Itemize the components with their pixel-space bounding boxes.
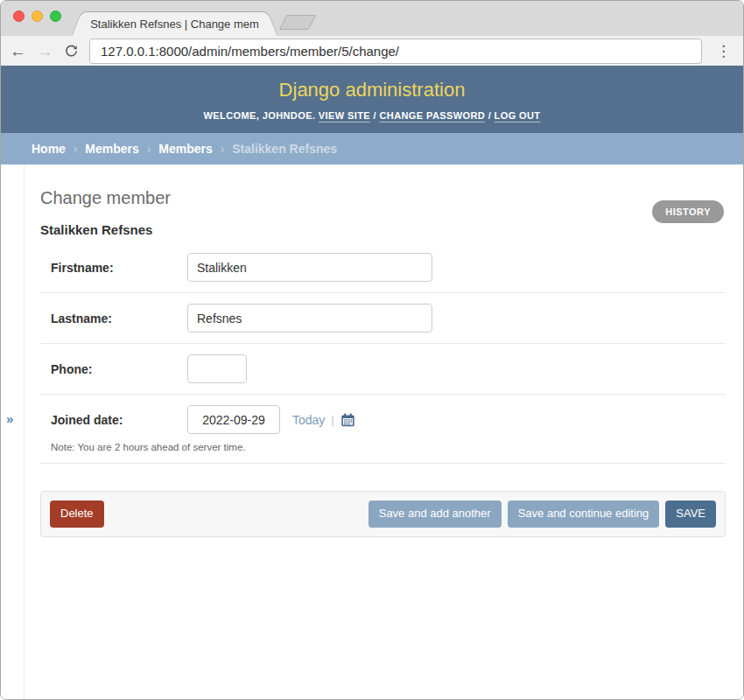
- tab-border: [93, 11, 256, 12]
- breadcrumb-members-model[interactable]: Members: [158, 142, 212, 156]
- shortcut-divider: |: [331, 413, 333, 426]
- lastname-field[interactable]: [187, 304, 432, 332]
- tools-separator: /: [374, 110, 376, 121]
- welcome-period: .: [312, 110, 315, 121]
- tab-title: Stalikken Refsnes | Change mem: [90, 18, 259, 31]
- zoom-window-button[interactable]: [50, 10, 61, 22]
- form-row-lastname: Lastname:: [40, 293, 726, 344]
- content-area: » Change member HISTORY Stalikken Refsne…: [1, 164, 743, 699]
- username: JOHNDOE: [263, 110, 312, 121]
- breadcrumb-separator: ›: [143, 142, 156, 156]
- user-tools: WELCOME, JOHNDOE. VIEW SITE / CHANGE PAS…: [1, 110, 743, 121]
- minimize-window-button[interactable]: [32, 10, 43, 22]
- breadcrumb-current: Stalikken Refsnes: [232, 142, 337, 156]
- breadcrumb: Home › Members › Members › Stalikken Ref…: [1, 133, 743, 164]
- new-tab-button[interactable]: [279, 15, 316, 30]
- change-form: Change member HISTORY Stalikken Refsnes …: [25, 164, 743, 699]
- history-button[interactable]: HISTORY: [652, 200, 724, 223]
- view-site-link[interactable]: VIEW SITE: [319, 110, 370, 121]
- form-row-firstname: Firstname:: [40, 242, 726, 293]
- breadcrumb-separator: ›: [216, 142, 229, 156]
- lastname-label: Lastname:: [51, 312, 187, 326]
- joined-date-field[interactable]: [187, 405, 280, 434]
- firstname-field[interactable]: [187, 253, 432, 282]
- page-title: Change member: [40, 188, 726, 208]
- breadcrumb-members-app[interactable]: Members: [85, 142, 138, 156]
- joined-date-label: Joined date:: [51, 413, 187, 427]
- breadcrumb-separator: ›: [69, 142, 82, 156]
- save-and-continue-button[interactable]: Save and continue editing: [508, 500, 660, 528]
- form-row-phone: Phone:: [40, 344, 726, 395]
- date-shortcuts: Today |: [292, 413, 355, 427]
- sidebar-strip: »: [1, 164, 25, 699]
- welcome-text: WELCOME,: [204, 110, 260, 121]
- phone-label: Phone:: [51, 362, 187, 376]
- firstname-label: Firstname:: [51, 261, 187, 275]
- submit-row: Delete Save and add another Save and con…: [40, 491, 726, 537]
- window-controls: [13, 10, 61, 22]
- browser-window: Stalikken Refsnes | Change mem ← → ⋮ Dja…: [0, 0, 744, 700]
- close-window-button[interactable]: [13, 10, 25, 22]
- reload-icon[interactable]: [64, 44, 79, 59]
- timezone-note: Note: You are 2 hours ahead of server ti…: [51, 442, 726, 452]
- save-and-add-another-button[interactable]: Save and add another: [368, 500, 502, 528]
- save-button[interactable]: SAVE: [665, 500, 716, 528]
- form-row-joined-date: Joined date: Today |: [40, 395, 726, 464]
- browser-toolbar: ← → ⋮: [1, 36, 743, 66]
- breadcrumb-home[interactable]: Home: [32, 142, 66, 156]
- phone-field[interactable]: [187, 354, 247, 383]
- calendar-icon[interactable]: [340, 413, 355, 427]
- tab-strip: Stalikken Refsnes | Change mem: [1, 1, 743, 36]
- admin-header: Django administration WELCOME, JOHNDOE. …: [1, 66, 743, 133]
- browser-tab[interactable]: Stalikken Refsnes | Change mem: [86, 11, 263, 36]
- url-input[interactable]: [89, 38, 702, 64]
- admin-title: Django administration: [1, 79, 743, 102]
- tools-separator: /: [488, 110, 491, 121]
- log-out-link[interactable]: LOG OUT: [495, 110, 541, 121]
- forward-icon[interactable]: →: [37, 43, 53, 60]
- delete-button[interactable]: Delete: [50, 500, 104, 528]
- object-title: Stalikken Refsnes: [40, 222, 726, 237]
- browser-menu-icon[interactable]: ⋮: [712, 42, 734, 60]
- today-link[interactable]: Today: [292, 413, 325, 427]
- change-password-link[interactable]: CHANGE PASSWORD: [379, 110, 485, 121]
- sidebar-toggle-icon[interactable]: »: [6, 411, 13, 426]
- back-icon[interactable]: ←: [10, 43, 26, 60]
